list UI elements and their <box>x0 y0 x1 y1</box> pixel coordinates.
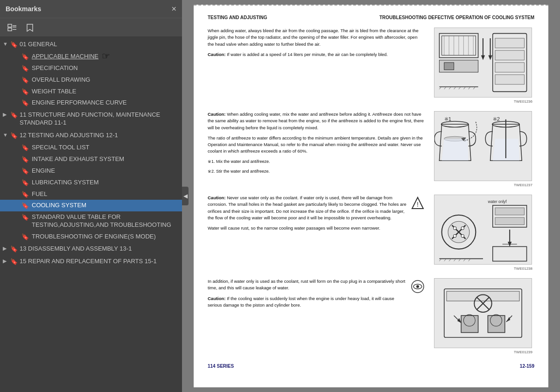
collapse-sidebar-button[interactable]: ◀ <box>182 187 189 205</box>
para-2: The ratio of antifreeze to water differs… <box>208 135 424 155</box>
section-11-structure[interactable]: ▶ 🔖 11 STRUCTURE AND FUNCTION, MAINTENAN… <box>0 109 182 129</box>
svg-rect-76 <box>488 315 504 332</box>
caution-2: Caution: When adding cooling water, mix … <box>208 111 424 131</box>
svg-rect-75 <box>461 315 478 332</box>
text-section-2: Caution: When adding cooling water, mix … <box>208 111 424 187</box>
bookmark-intake-exhaust[interactable]: 🔖 INTAKE AND EXHAUST SYSTEM <box>0 154 182 165</box>
svg-rect-22 <box>495 50 524 60</box>
caution-4: Caution: If the cooling water is suddenl… <box>208 295 407 309</box>
footer-left: 114 SERIES <box>208 364 234 369</box>
intake-exhaust-label: INTAKE AND EXHAUST SYSTEM <box>32 155 178 163</box>
section-12-testing[interactable]: ▼ 🔖 12 TESTING AND ADJUSTING 12-1 <box>0 129 182 142</box>
lubricating-label: LUBRICATING SYSTEM <box>32 179 178 187</box>
caution-3: Caution: Never use water only as the coo… <box>208 195 407 221</box>
svg-text:※1: ※1 <box>444 116 451 122</box>
applicable-machine-label: APPLICABLE MACHINE <box>32 53 178 61</box>
svg-rect-54 <box>495 217 524 225</box>
para-4: In addition, if water only is used as th… <box>208 278 407 292</box>
page-footer: 114 SERIES 12-159 <box>208 364 534 369</box>
svg-marker-17 <box>488 55 492 60</box>
section-12-label: 12 TESTING AND ADJUSTING 12-1 <box>20 132 178 140</box>
collapse-icon: ◀ <box>183 193 188 199</box>
page-container: TESTING AND ADJUSTING TROUBLESHOOTING DE… <box>194 5 548 387</box>
sidebar-title: Bookmarks <box>6 5 41 13</box>
svg-point-69 <box>416 285 419 288</box>
svg-rect-0 <box>8 24 12 27</box>
bookmark-special-tool[interactable]: 🔖 SPECIAL TOOL LIST <box>0 142 182 154</box>
para-1: When adding water, always bleed the air … <box>208 28 424 48</box>
footer-right: 12-159 <box>520 364 534 369</box>
warning-triangle: ! <box>411 196 424 211</box>
bookmark-icon-trouble-eng: 🔖 <box>21 233 29 240</box>
bookmark-icon-15: 🔖 <box>10 258 18 265</box>
svg-text:※2: ※2 <box>493 116 500 122</box>
bookmark-lubricating[interactable]: 🔖 LUBRICATING SYSTEM <box>0 177 182 189</box>
content-section-1: When adding water, always bleed the air … <box>208 28 534 104</box>
bookmark-icon-engine: 🔖 <box>21 168 29 175</box>
svg-point-48 <box>454 227 456 230</box>
engine-performance-label: ENGINE PERFORMANCE CURVE <box>32 99 178 107</box>
content-section-4: In addition, if water only is used as th… <box>208 278 534 354</box>
svg-text:!: ! <box>417 201 419 208</box>
bookmark-engine-performance[interactable]: 🔖 ENGINE PERFORMANCE CURVE <box>0 97 182 109</box>
section-13-disassembly[interactable]: ▶ 🔖 13 DISASSEMBLY AND ASSEMBLY 13-1 <box>0 243 182 255</box>
section-15-label: 15 REPAIR AND REPLACEMENT OF PARTS 15-1 <box>20 258 178 266</box>
image-label-1: TWE01236 <box>432 99 534 104</box>
diagram-1 <box>434 28 532 98</box>
diagram-4 <box>434 278 532 348</box>
weight-table-label: WEIGHT TABLE <box>32 88 178 96</box>
bookmark-icon-spec: 🔖 <box>21 65 29 72</box>
bookmark-icon-01: 🔖 <box>10 41 18 48</box>
bookmark-applicable-machine[interactable]: 🔖 APPLICABLE MACHINE <box>0 51 182 63</box>
expand-all-button[interactable] <box>5 22 20 33</box>
bookmark-fuel[interactable]: 🔖 FUEL <box>0 189 182 200</box>
para-3: Water will cause rust, so the narrow coo… <box>208 225 407 231</box>
svg-text:water onlyf: water onlyf <box>487 199 507 204</box>
bookmark-overall-drawing[interactable]: 🔖 OVERALL DRAWING <box>0 74 182 86</box>
svg-rect-23 <box>495 63 524 72</box>
svg-rect-1 <box>8 28 12 31</box>
caution-label-2: Caution: <box>208 112 226 117</box>
header-right: TROUBLESHOOTING DEFECTIVE OPERATION OF C… <box>379 15 534 20</box>
diagram-2: ※1 ※2 <box>434 111 532 181</box>
bookmark-icon-fuel: 🔖 <box>21 191 29 198</box>
bookmark-engine[interactable]: 🔖 ENGINE <box>0 165 182 177</box>
section-11-label: 11 STRUCTURE AND FUNCTION, MAINTENANCE S… <box>20 111 178 127</box>
overall-drawing-label: OVERALL DRAWING <box>32 76 178 84</box>
sidebar-toolbar <box>0 18 182 36</box>
section-01-label: 01 GENERAL <box>20 41 178 49</box>
standard-value-label: STANDARD VALUE TABLE FOR TESTING,ADJUSTI… <box>32 213 178 229</box>
bookmark-weight-table[interactable]: 🔖 WEIGHT TABLE <box>0 86 182 98</box>
caution-1: Caution: If water is added at a speed of… <box>208 51 424 58</box>
section-15-repair[interactable]: ▶ 🔖 15 REPAIR AND REPLACEMENT OF PARTS 1… <box>0 255 182 268</box>
svg-point-49 <box>461 227 464 230</box>
chevron-11: ▶ <box>3 112 8 118</box>
svg-point-50 <box>454 234 456 237</box>
bookmark-tree: ▼ 🔖 01 GENERAL 🔖 APPLICABLE MACHINE 🔖 SP… <box>0 36 182 392</box>
bookmark-view-button[interactable] <box>23 22 36 33</box>
document-panel: TESTING AND ADJUSTING TROUBLESHOOTING DE… <box>182 0 560 392</box>
fuel-label: FUEL <box>32 190 178 198</box>
bookmark-standard-value[interactable]: 🔖 STANDARD VALUE TABLE FOR TESTING,ADJUS… <box>0 211 182 231</box>
sidebar-close-button[interactable]: × <box>171 5 176 13</box>
bookmark-icon-13: 🔖 <box>10 245 18 252</box>
document-content[interactable]: TESTING AND ADJUSTING TROUBLESHOOTING DE… <box>182 0 560 392</box>
bookmark-icon-engine-perf: 🔖 <box>21 99 29 106</box>
bookmark-cooling-system[interactable]: 🔖 COOLING SYSTEM <box>0 200 182 211</box>
section-01-general[interactable]: ▼ 🔖 01 GENERAL <box>0 38 182 51</box>
svg-rect-24 <box>495 75 524 84</box>
text-section-1: When adding water, always bleed the air … <box>208 28 424 104</box>
bookmark-icon-weight: 🔖 <box>21 88 29 95</box>
section-13-label: 13 DISASSEMBLY AND ASSEMBLY 13-1 <box>20 245 178 253</box>
bookmark-icon-cooling: 🔖 <box>21 202 29 209</box>
specification-label: SPECIFICATION <box>32 64 178 72</box>
chevron-01-general: ▼ <box>3 41 8 47</box>
image-label-4: TWE01239 <box>432 350 534 354</box>
image-column-3: water onlyf <box>432 195 534 271</box>
bookmark-troubleshooting-engine[interactable]: 🔖 TROUBLESHOOTING OF ENGINE(S MODE) <box>0 231 182 243</box>
bookmark-specification[interactable]: 🔖 SPECIFICATION <box>0 63 182 74</box>
bookmark-icon-drawing: 🔖 <box>21 77 29 84</box>
bookmark-icon-12: 🔖 <box>10 132 18 139</box>
bookmark-icon-intake: 🔖 <box>21 156 29 163</box>
image-label-2: TWE01237 <box>432 183 534 187</box>
